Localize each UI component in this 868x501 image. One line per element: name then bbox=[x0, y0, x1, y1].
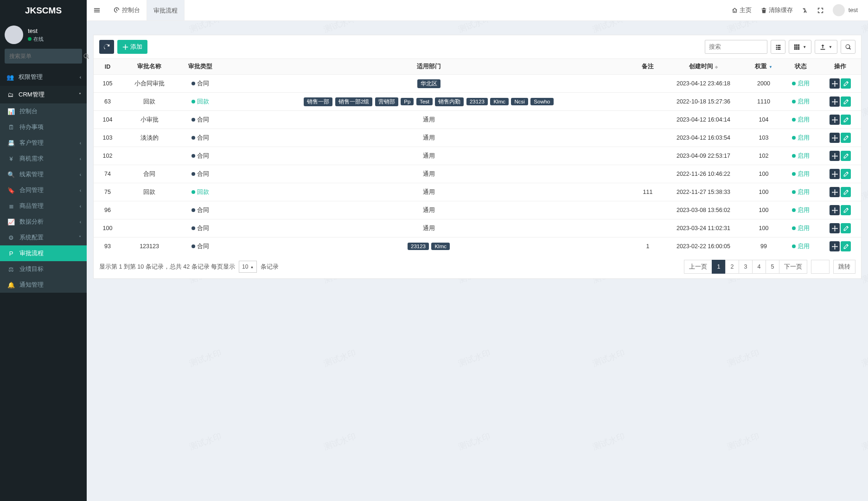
sidebar-item-CRM管理[interactable]: 🗂CRM管理˅ bbox=[0, 86, 87, 103]
drag-button[interactable] bbox=[830, 115, 840, 125]
page-5[interactable]: 5 bbox=[766, 260, 779, 274]
page-jump-button[interactable]: 跳转 bbox=[833, 260, 855, 274]
sidebar-item-合同管理[interactable]: 🔖合同管理‹ bbox=[0, 182, 87, 198]
toggle-sidebar-button[interactable] bbox=[87, 6, 107, 14]
¥-icon: ¥ bbox=[6, 155, 16, 162]
toggle-view-button[interactable] bbox=[771, 40, 785, 54]
col-创建时间[interactable]: 创建时间◆ bbox=[662, 59, 745, 75]
sidebar-item-label: 数据分析 bbox=[19, 218, 80, 226]
topbar: 控制台审批流程 主页 清除缓存 test bbox=[87, 0, 868, 21]
drag-button[interactable] bbox=[830, 241, 840, 251]
edit-button[interactable] bbox=[841, 133, 851, 143]
add-button[interactable]: 添加 bbox=[117, 40, 147, 54]
caret-down-icon: ▼ bbox=[803, 45, 806, 49]
sidebar-item-系统配置[interactable]: ⚙系统配置˅ bbox=[0, 230, 87, 245]
home-link[interactable]: 主页 bbox=[728, 6, 755, 14]
sidebar-item-通知管理[interactable]: 🔔通知管理 bbox=[0, 277, 87, 293]
sidebar-item-审批流程[interactable]: P审批流程 bbox=[0, 245, 87, 261]
sort-desc-icon: ▼ bbox=[769, 65, 772, 69]
drag-button[interactable] bbox=[830, 169, 840, 179]
col-状态[interactable]: 状态 bbox=[782, 59, 819, 75]
sidebar-item-数据分析[interactable]: 📈数据分析‹ bbox=[0, 214, 87, 230]
sidebar-item-商品管理[interactable]: ≣商品管理‹ bbox=[0, 198, 87, 214]
drag-button[interactable] bbox=[830, 133, 840, 143]
fullscreen-button[interactable] bbox=[814, 6, 827, 14]
page-jump-input[interactable] bbox=[811, 260, 830, 274]
col-备注[interactable]: 备注 bbox=[634, 59, 662, 75]
sidebar-item-客户管理[interactable]: 📇客户管理‹ bbox=[0, 135, 87, 151]
drag-button[interactable] bbox=[830, 187, 840, 197]
col-操作[interactable]: 操作 bbox=[819, 59, 861, 75]
tab-审批流程[interactable]: 审批流程 bbox=[147, 0, 185, 20]
status-badge: 启用 bbox=[792, 171, 810, 177]
page-1[interactable]: 1 bbox=[712, 260, 726, 274]
col-权重[interactable]: 权重▼ bbox=[745, 59, 782, 75]
sidebar-item-控制台[interactable]: 📊控制台 bbox=[0, 103, 87, 119]
dept-badge: 销售一部 bbox=[304, 97, 332, 106]
hamburger-icon bbox=[94, 7, 100, 13]
col-审批名称[interactable]: 审批名称 bbox=[121, 59, 177, 75]
table-row: 75回款回款通用1112022-11-27 15:38:33100启用 bbox=[94, 183, 861, 201]
clear-cache-button[interactable]: 清除缓存 bbox=[757, 6, 797, 14]
menu-search-button[interactable] bbox=[83, 49, 89, 64]
⚙-icon: ⚙ bbox=[6, 234, 16, 241]
status-badge: 启用 bbox=[792, 135, 810, 141]
edit-button[interactable] bbox=[841, 169, 851, 179]
sidebar-item-权限管理[interactable]: 👥权限管理‹ bbox=[0, 68, 87, 86]
page-2[interactable]: 2 bbox=[725, 260, 739, 274]
top-tabs: 控制台审批流程 bbox=[107, 0, 185, 20]
list-icon bbox=[775, 44, 781, 50]
page-prev[interactable]: 上一页 bbox=[684, 260, 712, 274]
status-badge: 启用 bbox=[792, 225, 810, 231]
avatar[interactable] bbox=[5, 26, 23, 44]
table-search-input[interactable] bbox=[705, 40, 767, 54]
menu-search-input[interactable] bbox=[5, 49, 83, 64]
edit-button[interactable] bbox=[841, 205, 851, 215]
sidebar-item-线索管理[interactable]: 🔍线索管理‹ bbox=[0, 167, 87, 182]
tab-控制台[interactable]: 控制台 bbox=[107, 0, 147, 20]
col-ID[interactable]: ID bbox=[94, 59, 121, 75]
export-button[interactable]: ▼ bbox=[815, 40, 837, 54]
edit-button[interactable] bbox=[841, 115, 851, 125]
page-3[interactable]: 3 bbox=[739, 260, 753, 274]
≣-icon: ≣ bbox=[6, 203, 16, 210]
type-dot-icon bbox=[191, 82, 195, 85]
move-icon bbox=[832, 189, 838, 195]
footer-info-suffix: 条记录 bbox=[261, 263, 279, 271]
col-审批类型[interactable]: 审批类型 bbox=[177, 59, 223, 75]
move-icon bbox=[832, 225, 838, 231]
drag-button[interactable] bbox=[830, 96, 840, 107]
search-button[interactable] bbox=[841, 40, 855, 54]
page-next[interactable]: 下一页 bbox=[779, 260, 807, 274]
move-icon bbox=[832, 81, 838, 87]
drag-button[interactable] bbox=[830, 151, 840, 161]
sidebar-item-业绩目标[interactable]: ⚖业绩目标 bbox=[0, 261, 87, 277]
edit-button[interactable] bbox=[841, 187, 851, 197]
sidebar-item-商机需求[interactable]: ¥商机需求‹ bbox=[0, 151, 87, 167]
type-dot-icon bbox=[191, 154, 195, 158]
edit-button[interactable] bbox=[841, 223, 851, 233]
edit-button[interactable] bbox=[841, 96, 851, 107]
sidebar-item-待办事项[interactable]: 🗓待办事项 bbox=[0, 119, 87, 135]
page-4[interactable]: 4 bbox=[752, 260, 766, 274]
drag-button[interactable] bbox=[830, 223, 840, 233]
sidebar-user: test 在线 bbox=[0, 21, 87, 49]
user-menu[interactable]: test bbox=[829, 4, 862, 16]
edit-button[interactable] bbox=[841, 78, 851, 89]
drag-button[interactable] bbox=[830, 78, 840, 89]
sidebar-item-label: 业绩目标 bbox=[19, 265, 81, 273]
drag-button[interactable] bbox=[830, 205, 840, 215]
type-dot-icon bbox=[191, 172, 195, 176]
pagination: 上一页12345下一页跳转 bbox=[684, 260, 855, 274]
status-badge: 启用 bbox=[792, 207, 810, 213]
edit-button[interactable] bbox=[841, 151, 851, 161]
col-适用部门[interactable]: 适用部门 bbox=[223, 59, 634, 75]
table-row: 103淡淡的合同通用2023-04-12 16:03:54103启用 bbox=[94, 129, 861, 147]
columns-button[interactable]: ▼ bbox=[789, 40, 811, 54]
refresh-button[interactable] bbox=[99, 40, 114, 54]
sidebar-item-label: 权限管理 bbox=[19, 73, 80, 81]
edit-button[interactable] bbox=[841, 241, 851, 251]
language-button[interactable] bbox=[798, 6, 812, 14]
move-icon bbox=[832, 153, 838, 159]
page-size-select[interactable]: 10▲ bbox=[239, 261, 257, 273]
